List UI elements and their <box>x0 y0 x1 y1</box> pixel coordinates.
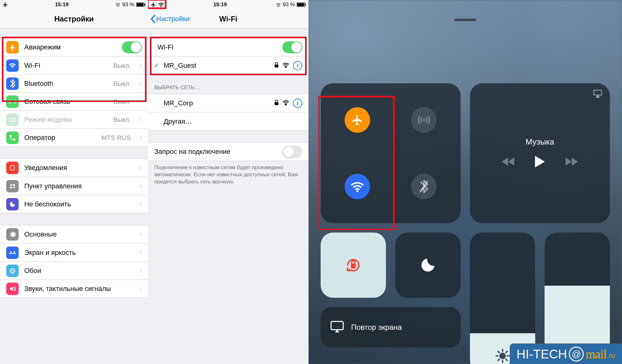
row-label: Авиарежим <box>24 43 116 51</box>
svg-point-19 <box>161 6 162 7</box>
chevron-right-icon: › <box>140 98 142 106</box>
row-wallpaper[interactable]: Обои › <box>0 261 148 279</box>
watermark-mail: mail <box>586 347 606 362</box>
row-bluetooth[interactable]: Bluetooth Выкл. › <box>0 74 148 92</box>
pull-handle[interactable] <box>454 19 476 21</box>
wifi-signal-icon <box>282 100 289 107</box>
music-controls <box>502 155 578 170</box>
row-general[interactable]: Основные › <box>0 225 148 243</box>
music-tile[interactable]: Музыка <box>470 83 610 223</box>
panel-control-center: Музыка <box>309 0 622 364</box>
svg-point-27 <box>285 104 286 105</box>
row-label: Bluetooth <box>24 80 108 88</box>
wifi-switch[interactable] <box>282 41 302 53</box>
row-label: Запрос на подключение <box>154 148 277 156</box>
row-wifi-toggle[interactable]: Wi-Fi <box>148 38 309 56</box>
row-other-network[interactable]: Другая… <box>148 112 309 130</box>
prev-track-icon[interactable] <box>502 157 515 168</box>
airplay-icon <box>592 89 603 99</box>
orientation-lock-tile[interactable] <box>321 233 386 298</box>
row-connected-network[interactable]: ✓ MR_Guest i <box>148 56 309 74</box>
row-label: Wi-Fi <box>24 62 108 70</box>
row-airplane-mode[interactable]: Авиарежим <box>0 38 148 56</box>
airplane-icon <box>6 41 19 53</box>
wifi-icon <box>158 2 164 7</box>
sound-icon <box>6 283 19 295</box>
status-bar: 15:19 93 % <box>0 0 148 9</box>
row-dnd[interactable]: Не беспокоить › <box>0 195 148 213</box>
svg-rect-11 <box>10 187 12 188</box>
row-label: Пункт управления <box>24 182 131 190</box>
svg-point-29 <box>356 190 358 192</box>
svg-point-14 <box>11 270 14 272</box>
chevron-right-icon: › <box>140 182 142 190</box>
row-sounds[interactable]: Звуки, тактильные сигналы › <box>0 279 148 297</box>
gear-icon <box>6 228 19 241</box>
back-button[interactable]: Настройки <box>151 9 190 28</box>
row-label: Сотовая связь <box>24 98 108 106</box>
choose-network-header: ВЫБРАТЬ СЕТЬ… <box>148 75 309 94</box>
row-value: Выкл. <box>113 80 131 87</box>
svg-rect-31 <box>351 264 356 269</box>
next-track-icon[interactable] <box>564 157 578 168</box>
cc-airplane-button[interactable] <box>345 107 370 133</box>
row-label: Экран и яркость <box>24 249 131 257</box>
row-label: Другая… <box>164 117 302 126</box>
row-label: Основные <box>24 230 131 238</box>
svg-rect-8 <box>11 166 15 170</box>
wifi-signal-icon <box>282 62 289 69</box>
row-cellular[interactable]: Сотовая связь Выкл. › <box>0 92 148 110</box>
airplane-icon <box>2 2 8 7</box>
svg-rect-32 <box>331 321 343 330</box>
svg-point-4 <box>12 67 13 68</box>
info-icon[interactable]: i <box>293 99 302 108</box>
svg-rect-26 <box>275 102 278 105</box>
row-network[interactable]: MR_Corp i <box>148 94 309 112</box>
svg-point-16 <box>14 270 15 271</box>
svg-rect-23 <box>305 4 306 6</box>
network-name: MR_Guest <box>164 62 269 70</box>
dnd-tile[interactable] <box>395 233 461 298</box>
row-display[interactable]: AA Экран и яркость › <box>0 243 148 261</box>
status-time: 15:19 <box>213 2 227 8</box>
mirroring-icon <box>330 320 344 334</box>
row-control-center[interactable]: Пункт управления › <box>0 177 148 195</box>
back-label: Настройки <box>156 15 190 23</box>
chevron-right-icon: › <box>140 200 142 208</box>
row-carrier[interactable]: Оператор MTS RUS › <box>0 128 148 146</box>
svg-point-33 <box>500 353 505 359</box>
row-ask-to-join[interactable]: Запрос на подключение <box>148 143 309 161</box>
status-bar: 15:19 93 % <box>148 0 309 9</box>
ask-footer-text: Подключение к известным сетям будет прои… <box>148 161 309 189</box>
connectivity-tile[interactable] <box>321 83 461 223</box>
page-title-settings: Настройки <box>54 15 94 23</box>
row-value: Выкл. <box>113 116 131 123</box>
bluetooth-icon <box>6 77 19 90</box>
screen-mirroring-tile[interactable]: Повтор экрана <box>321 307 461 348</box>
svg-rect-10 <box>13 184 15 186</box>
check-icon: ✓ <box>154 62 159 70</box>
play-icon[interactable] <box>534 155 546 170</box>
lock-icon <box>274 62 279 69</box>
hotspot-icon <box>6 113 19 126</box>
lock-icon <box>274 100 279 107</box>
cc-bluetooth-button[interactable] <box>411 174 437 199</box>
cc-wifi-button[interactable] <box>345 174 370 199</box>
battery-percent: 93 % <box>122 2 134 8</box>
music-title: Музыка <box>526 137 554 147</box>
info-icon[interactable]: i <box>293 61 302 70</box>
airplane-switch[interactable] <box>122 41 142 53</box>
row-wifi[interactable]: Wi-Fi Выкл. › <box>0 56 148 74</box>
svg-point-28 <box>423 119 425 121</box>
page-title-wifi: Wi-Fi <box>219 15 237 23</box>
row-hotspot: Режим модема Выкл. › <box>0 110 148 128</box>
ask-switch[interactable] <box>282 146 302 158</box>
svg-rect-24 <box>275 65 278 67</box>
svg-point-7 <box>12 118 16 121</box>
wallpaper-icon <box>6 265 19 277</box>
cc-cellular-button[interactable] <box>411 107 437 133</box>
svg-point-5 <box>12 101 13 102</box>
chevron-right-icon: › <box>140 285 142 293</box>
status-time: 15:19 <box>55 2 68 8</box>
row-notifications[interactable]: Уведомления › <box>0 159 148 177</box>
